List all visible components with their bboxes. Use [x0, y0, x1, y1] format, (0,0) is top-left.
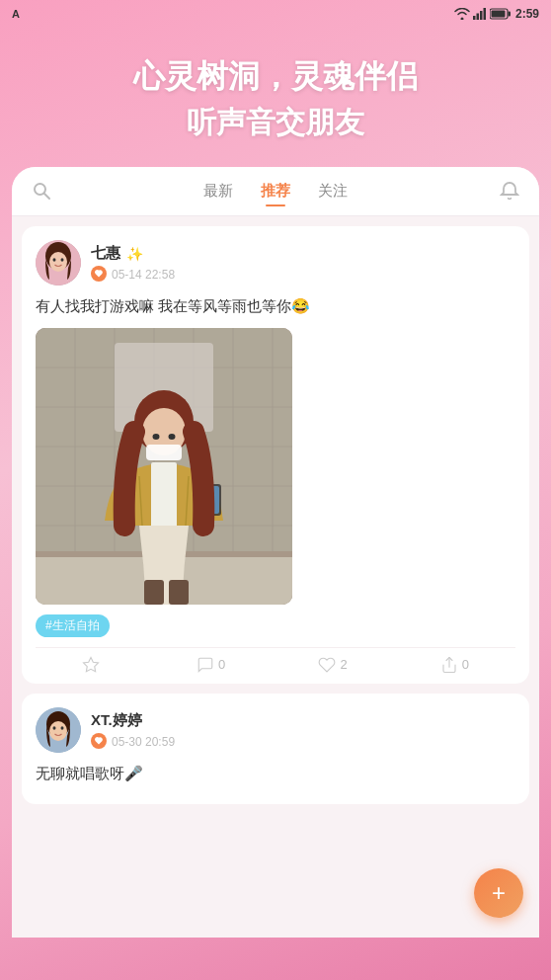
pink-badge-2 — [91, 733, 107, 749]
svg-rect-3 — [483, 8, 486, 20]
post-header-2: XT.婷婷 05-30 20:59 — [36, 707, 515, 753]
post-meta-1: 七惠 ✨ 05-14 22:58 — [91, 244, 515, 282]
username-row-1: 七惠 ✨ — [91, 244, 515, 263]
status-time: 2:59 — [515, 7, 539, 21]
post-actions-1: 0 2 0 — [36, 647, 515, 674]
post-text-1: 有人找我打游戏嘛 我在等风等雨也等你😂 — [36, 295, 515, 318]
svg-point-13 — [61, 258, 64, 262]
svg-rect-6 — [491, 11, 505, 18]
avatar-xt — [36, 707, 81, 753]
fab-button[interactable]: + — [474, 868, 523, 918]
comment-button-1[interactable]: 0 — [197, 656, 225, 674]
post-time-1: 05-14 22:58 — [112, 268, 175, 282]
status-bar: A 2:59 — [0, 0, 551, 28]
comment-count-1: 0 — [218, 657, 225, 672]
avatar-qihui — [36, 240, 81, 286]
svg-rect-0 — [473, 16, 476, 20]
status-app-label: A — [12, 8, 20, 20]
search-icon[interactable] — [32, 181, 51, 205]
bell-icon[interactable] — [500, 181, 519, 205]
feed: 七惠 ✨ 05-14 22:58 有人找我打游戏嘛 我在等风等雨也等你😂 — [12, 216, 539, 930]
post-meta-2: XT.婷婷 05-30 20:59 — [91, 711, 515, 749]
svg-rect-5 — [508, 12, 511, 17]
svg-point-33 — [153, 434, 160, 440]
share-button-1[interactable]: 0 — [440, 656, 469, 674]
tab-recommended[interactable]: 推荐 — [261, 182, 290, 204]
tab-bar: 最新 推荐 关注 — [12, 167, 539, 216]
svg-point-12 — [53, 258, 56, 262]
star-button-1[interactable] — [82, 656, 104, 674]
battery-icon — [490, 8, 512, 20]
hero-section: 心灵树洞，灵魂伴侣 听声音交朋友 — [0, 28, 551, 167]
tab-latest[interactable]: 最新 — [203, 182, 233, 204]
hero-line2: 听声音交朋友 — [20, 103, 531, 143]
svg-rect-2 — [480, 11, 483, 20]
wifi-icon — [454, 8, 470, 20]
pink-badge-1 — [91, 266, 107, 282]
like-count-1: 2 — [340, 657, 347, 672]
status-right: 2:59 — [454, 7, 539, 21]
signal-icon — [473, 8, 487, 20]
sparkle-icon-1: ✨ — [126, 246, 143, 262]
svg-point-45 — [49, 721, 67, 741]
tab-following[interactable]: 关注 — [318, 182, 348, 204]
svg-point-34 — [169, 434, 176, 440]
avatar-img-xt — [36, 707, 81, 753]
post-header-1: 七惠 ✨ 05-14 22:58 — [36, 240, 515, 286]
username-1: 七惠 — [91, 244, 120, 263]
post-tag-1[interactable]: #生活自拍 — [36, 614, 515, 647]
like-button-1[interactable]: 2 — [318, 656, 347, 674]
post-text-2: 无聊就唱歌呀🎤 — [36, 763, 515, 785]
username-2: XT.婷婷 — [91, 711, 142, 730]
svg-rect-32 — [146, 445, 182, 460]
post-image-1 — [36, 328, 292, 605]
svg-point-47 — [61, 726, 64, 730]
avatar-img-qihui — [36, 240, 81, 286]
svg-rect-1 — [476, 14, 479, 21]
svg-rect-40 — [144, 580, 164, 605]
status-icons — [454, 8, 512, 20]
post-card-2: XT.婷婷 05-30 20:59 无聊就唱歌呀🎤 — [22, 694, 529, 805]
username-row-2: XT.婷婷 — [91, 711, 515, 730]
tabs: 最新 推荐 关注 — [203, 182, 348, 204]
main-card: 最新 推荐 关注 — [12, 167, 539, 938]
post-card-1: 七惠 ✨ 05-14 22:58 有人找我打游戏嘛 我在等风等雨也等你😂 — [22, 226, 529, 684]
svg-line-8 — [44, 194, 49, 199]
svg-rect-35 — [151, 462, 177, 531]
svg-rect-41 — [169, 580, 189, 605]
svg-point-46 — [53, 726, 56, 730]
hero-line1: 心灵树洞，灵魂伴侣 — [20, 55, 531, 99]
svg-point-11 — [49, 252, 67, 272]
post-time-2: 05-30 20:59 — [112, 735, 175, 749]
share-count-1: 0 — [462, 657, 469, 672]
